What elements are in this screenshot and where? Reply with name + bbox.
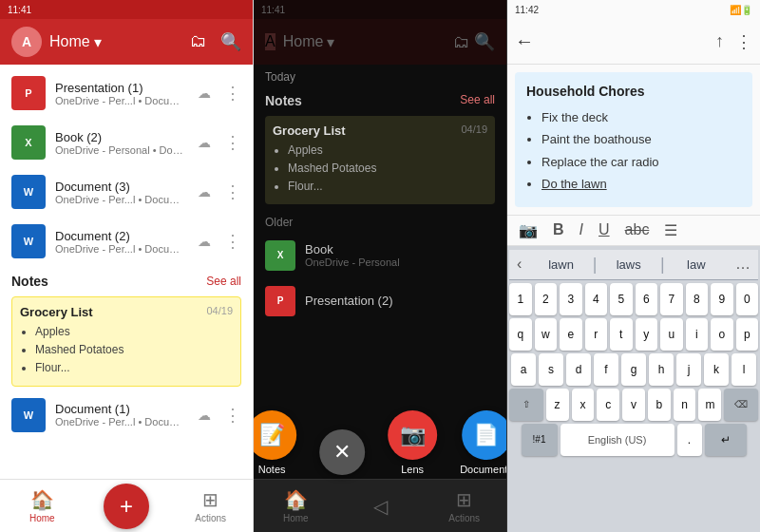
fab-docs-circle[interactable]: 📄: [462, 410, 507, 460]
list-item-2[interactable]: X Book OneDrive - Personal: [254, 233, 506, 278]
fab-docs-label: Documents: [460, 464, 507, 475]
key-b[interactable]: b: [648, 389, 671, 421]
key-1[interactable]: 1: [509, 283, 532, 315]
kbd-back-btn[interactable]: ‹: [509, 256, 529, 273]
list-item[interactable]: W Document (3) OneDrive - Per...l • Docu…: [0, 167, 253, 217]
key-o[interactable]: o: [711, 318, 733, 351]
format-camera-btn[interactable]: 📷: [519, 221, 538, 239]
more-icon[interactable]: ⋮: [224, 83, 241, 104]
key-8[interactable]: 8: [686, 283, 709, 315]
fab-notes-circle[interactable]: 📝: [254, 410, 296, 460]
note-edit-body[interactable]: Fix the deck Paint the boathouse Replace…: [526, 106, 741, 196]
key-w[interactable]: w: [535, 318, 558, 351]
back-icon-3[interactable]: ←: [515, 30, 534, 52]
key-space[interactable]: English (US): [560, 424, 674, 456]
kbd-suggestion-2[interactable]: law: [665, 254, 728, 276]
kbd-suggestion-0[interactable]: lawn: [529, 254, 592, 276]
nav-back-2[interactable]: ◁: [338, 495, 423, 518]
more-icon[interactable]: ⋮: [224, 231, 241, 252]
key-y[interactable]: y: [636, 318, 658, 351]
key-n[interactable]: n: [674, 389, 696, 421]
key-5[interactable]: 5: [610, 283, 633, 315]
kbd-suggestion-1[interactable]: laws: [597, 254, 659, 276]
key-sym[interactable]: !#1: [522, 424, 558, 456]
key-2[interactable]: 2: [535, 283, 558, 315]
key-r[interactable]: r: [585, 318, 608, 351]
list-item[interactable]: P Presentation (1) OneDrive - Per...l • …: [0, 68, 253, 118]
key-f[interactable]: f: [594, 353, 618, 386]
format-underline-btn[interactable]: U: [598, 221, 610, 238]
key-e[interactable]: e: [560, 318, 582, 351]
note-card-title: Grocery List: [20, 305, 93, 319]
more-icon[interactable]: ⋮: [224, 181, 241, 202]
kbd-more-btn[interactable]: …: [728, 256, 758, 273]
key-l[interactable]: l: [732, 353, 756, 386]
key-h[interactable]: h: [649, 353, 674, 386]
more-icon[interactable]: ⋮: [224, 132, 241, 153]
nav-add-1[interactable]: +: [85, 484, 169, 529]
note-edit-area[interactable]: Household Chores Fix the deck Paint the …: [515, 72, 752, 207]
key-shift[interactable]: ⇧: [509, 389, 543, 421]
search-icon-1[interactable]: 🔍: [220, 31, 241, 52]
key-7[interactable]: 7: [660, 283, 683, 315]
see-all-notes[interactable]: See all: [206, 275, 241, 288]
nav-home-1[interactable]: 🏠 Home: [0, 488, 85, 523]
key-j[interactable]: j: [676, 353, 701, 386]
list-item[interactable]: W Document (2) OneDrive - Per...l • Docu…: [0, 217, 253, 266]
key-a[interactable]: a: [511, 353, 536, 386]
list-item[interactable]: W Document (1) OneDrive - Per...l • Docu…: [0, 390, 253, 440]
format-strike-btn[interactable]: abc: [625, 221, 650, 238]
format-bold-btn[interactable]: B: [553, 221, 564, 238]
key-k[interactable]: k: [704, 353, 729, 386]
folder-icon-1[interactable]: 🗂: [190, 31, 207, 52]
key-z[interactable]: z: [546, 389, 569, 421]
fab-notes-button[interactable]: 📝 Notes: [254, 410, 296, 475]
key-3[interactable]: 3: [560, 283, 582, 315]
key-d[interactable]: d: [566, 353, 591, 386]
key-q[interactable]: q: [509, 318, 532, 351]
home-label-1: Home: [49, 33, 90, 50]
note-card-grocery[interactable]: Grocery List 04/19 Apples Mashed Potatoe…: [11, 296, 241, 387]
nav-actions-1[interactable]: ⊞ Actions: [168, 488, 253, 523]
older-files: X Book OneDrive - Personal P Presentatio…: [254, 233, 506, 324]
list-item-2[interactable]: P Presentation (2): [254, 278, 506, 324]
key-x[interactable]: x: [572, 389, 595, 421]
list-item[interactable]: X Book (2) OneDrive - Personal • Documen…: [0, 118, 253, 167]
nav-actions-2[interactable]: ⊞ Actions: [422, 488, 506, 523]
key-u[interactable]: u: [660, 318, 683, 351]
fab-close-button[interactable]: ✕: [319, 429, 365, 475]
more-icon-3[interactable]: ⋮: [735, 31, 752, 52]
key-p[interactable]: p: [736, 318, 759, 351]
fab-lens-circle[interactable]: 📷: [388, 410, 437, 460]
format-italic-btn[interactable]: I: [580, 221, 583, 238]
key-t[interactable]: t: [610, 318, 633, 351]
key-0[interactable]: 0: [736, 283, 759, 315]
key-s[interactable]: s: [539, 353, 563, 386]
key-6[interactable]: 6: [636, 283, 658, 315]
key-c[interactable]: c: [597, 389, 619, 421]
format-list-btn[interactable]: ☰: [664, 221, 677, 239]
note-card-body-2: Apples Mashed Potatoes Flour...: [273, 142, 487, 197]
key-g[interactable]: g: [621, 353, 646, 386]
fab-docs-button[interactable]: 📄 Documents: [460, 410, 507, 475]
fab-add-button[interactable]: +: [104, 484, 149, 529]
key-4[interactable]: 4: [585, 283, 608, 315]
bottom-nav-2: 🏠 Home ◁ ⊞ Actions: [254, 479, 506, 532]
key-enter[interactable]: ↵: [705, 424, 747, 456]
panel-home-dark: 11:41 A Home ▾ 🗂 🔍 Today Notes See all G…: [254, 0, 507, 532]
key-period[interactable]: .: [677, 424, 702, 456]
key-m[interactable]: m: [698, 389, 721, 421]
nav-home-2[interactable]: 🏠 Home: [254, 488, 338, 523]
avatar-1[interactable]: A: [11, 27, 42, 57]
more-icon[interactable]: ⋮: [224, 405, 241, 426]
key-backspace[interactable]: ⌫: [724, 389, 758, 421]
file-name: Document (2): [55, 229, 188, 243]
note-card-2[interactable]: Grocery List 04/19 Apples Mashed Potatoe…: [265, 116, 495, 204]
key-i[interactable]: i: [686, 318, 709, 351]
home-title-1[interactable]: Home ▾: [49, 33, 182, 51]
see-all-2[interactable]: See all: [460, 93, 495, 108]
fab-lens-button[interactable]: 📷 Lens: [388, 410, 437, 475]
key-9[interactable]: 9: [711, 283, 733, 315]
share-icon-3[interactable]: ↑: [715, 31, 724, 52]
key-v[interactable]: v: [622, 389, 645, 421]
